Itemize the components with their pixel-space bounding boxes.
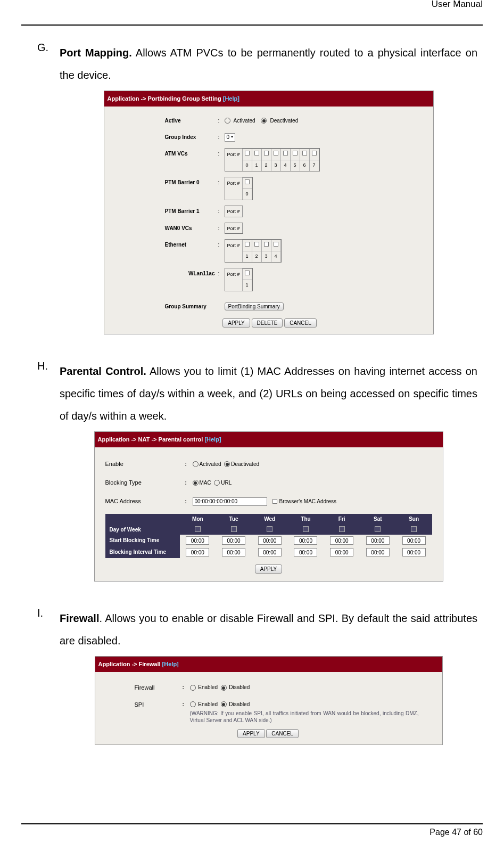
row-start: Start Blocking Time: [105, 535, 180, 546]
start-mon[interactable]: [186, 536, 209, 545]
lbl-groupindex: Group Index: [112, 132, 218, 143]
start-sun[interactable]: [402, 536, 426, 545]
portbox-wan0: Port #: [225, 223, 243, 234]
int-sat[interactable]: [366, 548, 390, 557]
int-thu[interactable]: [294, 548, 317, 557]
hd-sat: Sat: [360, 514, 396, 525]
chk-atm-3[interactable]: [274, 151, 278, 156]
radio-url[interactable]: [214, 480, 220, 486]
panel-h-help[interactable]: [Help]: [204, 436, 221, 443]
wlan-p1: 1: [242, 280, 252, 291]
btn-delete-g[interactable]: DELETE: [252, 318, 283, 328]
int-wed[interactable]: [258, 548, 282, 557]
porthash-ptm1: Port #: [225, 206, 243, 217]
chk-eth-2[interactable]: [254, 242, 259, 247]
chk-eth-3[interactable]: [264, 242, 269, 247]
panel-g-title: Application -> Portbinding Group Setting…: [104, 91, 433, 107]
hd-wed: Wed: [252, 514, 288, 525]
body-g: Port Mapping. Allows ATM PVCs to be perm…: [60, 42, 477, 344]
chk-atm-7[interactable]: [312, 151, 317, 156]
chk-day-tue[interactable]: [231, 526, 237, 532]
hd-fri: Fri: [324, 514, 360, 525]
radio-h-activated[interactable]: [193, 461, 199, 467]
chk-day-fri[interactable]: [339, 526, 345, 532]
chk-day-sat[interactable]: [375, 526, 381, 532]
lbl-firewall: Firewall: [103, 682, 183, 694]
radio-activated[interactable]: [225, 118, 230, 124]
panel-parental: Application -> NAT -> Parental control […: [94, 431, 443, 582]
atm-p0: 0: [242, 160, 252, 170]
portbox-ptm0: Port #0: [225, 177, 253, 200]
lbl-wlan: WLan11ac: [112, 268, 218, 279]
btn-apply-h[interactable]: APPLY: [255, 564, 283, 574]
int-tue[interactable]: [222, 548, 245, 557]
ptm0-p0: 0: [242, 189, 252, 199]
chk-browsermac[interactable]: [272, 499, 277, 504]
hd-sun: Sun: [396, 514, 432, 525]
chk-day-thu[interactable]: [303, 526, 309, 532]
chk-day-sun[interactable]: [411, 526, 417, 532]
chk-atm-0[interactable]: [245, 151, 250, 156]
marker-g: G.: [37, 42, 60, 344]
start-thu[interactable]: [294, 536, 317, 545]
atm-p2: 2: [261, 160, 271, 170]
chevron-down-icon: ▾: [231, 133, 233, 142]
start-wed[interactable]: [258, 536, 282, 545]
chk-atm-2[interactable]: [264, 151, 269, 156]
int-sun[interactable]: [402, 548, 426, 557]
lbl-ethernet: Ethernet: [112, 239, 218, 250]
radio-deactivated[interactable]: [261, 118, 267, 124]
panel-portbinding: Application -> Portbinding Group Setting…: [104, 91, 434, 334]
title-h: Parental Control.: [60, 365, 146, 377]
chk-atm-4[interactable]: [283, 151, 288, 156]
txt-fw-disabled: Disabled: [229, 684, 250, 690]
lbl-macaddr: MAC Address: [105, 495, 185, 508]
btn-apply-i[interactable]: APPLY: [237, 729, 265, 738]
marker-i: I.: [37, 607, 60, 754]
porthash-atm: Port #: [225, 149, 243, 160]
porthash-eth: Port #: [225, 240, 243, 251]
footer-text: Page 47 of 60: [21, 828, 483, 837]
body-i: Firewall. Allows you to enable or disabl…: [60, 607, 477, 754]
title-g: Port Mapping.: [60, 47, 132, 59]
porthash-wan0: Port #: [225, 223, 243, 234]
chk-day-mon[interactable]: [195, 526, 201, 532]
panel-firewall: Application -> Firewall [Help] Firewall …: [95, 656, 443, 744]
input-mac[interactable]: [193, 497, 267, 506]
chk-atm-6[interactable]: [302, 151, 307, 156]
start-sat[interactable]: [366, 536, 390, 545]
panel-h-title-text: Application -> NAT -> Parental control: [98, 436, 205, 443]
chk-eth-4[interactable]: [274, 242, 278, 247]
chk-wlan-1[interactable]: [245, 271, 250, 275]
panel-i-help[interactable]: [Help]: [162, 661, 179, 667]
chk-atm-1[interactable]: [254, 151, 259, 156]
chk-day-wed[interactable]: [267, 526, 272, 532]
start-fri[interactable]: [330, 536, 353, 545]
radio-mac[interactable]: [193, 480, 199, 486]
start-tue[interactable]: [222, 536, 245, 545]
int-mon[interactable]: [186, 548, 209, 557]
chk-ptm0-0[interactable]: [245, 179, 250, 184]
btn-cancel-i[interactable]: CANCEL: [266, 729, 299, 738]
txt-spi-enabled: Enabled: [198, 701, 218, 707]
txt-fw-enabled: Enabled: [198, 684, 218, 690]
eth-p2: 2: [252, 251, 261, 262]
btn-portbinding-summary[interactable]: PortBinding Summary: [225, 302, 284, 310]
chk-eth-1[interactable]: [245, 242, 250, 247]
int-fri[interactable]: [330, 548, 353, 557]
btn-cancel-g[interactable]: CANCEL: [284, 318, 317, 328]
radio-spi-disabled[interactable]: [221, 701, 227, 707]
row-day: Day of Week: [105, 525, 180, 535]
chk-atm-5[interactable]: [293, 151, 298, 156]
radio-fw-enabled[interactable]: [190, 685, 196, 691]
radio-spi-enabled[interactable]: [190, 701, 196, 707]
lbl-groupsummary: Group Summary: [112, 301, 218, 312]
radio-fw-disabled[interactable]: [221, 685, 227, 691]
body-h: Parental Control. Allows you to limit (1…: [60, 360, 477, 591]
btn-apply-g[interactable]: APPLY: [222, 318, 250, 328]
select-groupindex[interactable]: 0▾: [225, 133, 236, 142]
radio-h-deactivated[interactable]: [224, 461, 230, 467]
lbl-ptm0: PTM Barrier 0: [112, 177, 218, 188]
panel-g-help[interactable]: [Help]: [223, 95, 239, 102]
txt-deactivated: Deactivated: [270, 115, 298, 126]
